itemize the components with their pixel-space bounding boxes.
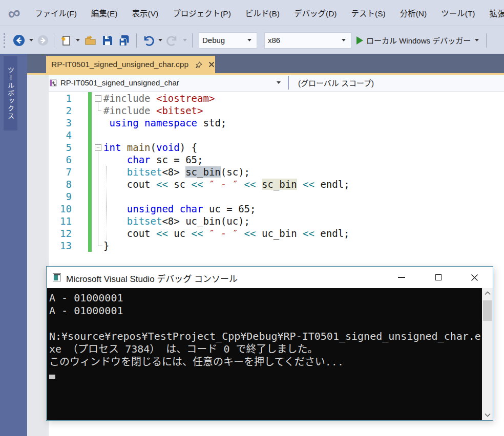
- console-line: A - 01000001: [49, 292, 482, 304]
- save-all-button[interactable]: [116, 32, 133, 49]
- scrollbar-thumb[interactable]: [483, 300, 492, 321]
- navigate-forward-button[interactable]: [35, 32, 51, 49]
- editor-glyph-margin: [27, 75, 49, 436]
- nav-types-value: RP-IT0501_signed_unsigned_char: [60, 78, 179, 87]
- code-line: 13}: [49, 239, 504, 252]
- line-number: 12: [49, 227, 72, 239]
- navigate-back-button[interactable]: [11, 32, 27, 49]
- code-line: 6 char sc = 65;: [49, 154, 504, 166]
- code-line: 11 bitset<8> uc_bin(uc);: [49, 215, 504, 227]
- code-text: cout << uc << ″ - ″ << uc_bin << endl;: [103, 227, 350, 239]
- scroll-up-icon[interactable]: [482, 288, 493, 298]
- line-number: 7: [49, 166, 72, 178]
- line-number: 1: [49, 92, 72, 104]
- menu-file[interactable]: ファイル(F): [28, 4, 84, 21]
- line-number: 10: [49, 203, 72, 215]
- solution-config-caret: [247, 39, 251, 41]
- menu-build[interactable]: ビルド(B): [238, 4, 287, 21]
- toolbox-tab-label: ツールボックス: [6, 67, 15, 120]
- console-line: [49, 317, 482, 330]
- menu-analyze[interactable]: 分析(N): [393, 4, 434, 21]
- code-text: unsigned char uc = 65;: [103, 203, 256, 215]
- code-lines: 1#include <iostream>2#include <bitset>3 …: [49, 92, 504, 252]
- member-icon: [49, 79, 57, 87]
- menu-project[interactable]: プロジェクト(P): [165, 4, 238, 21]
- navigate-back-dropdown[interactable]: [29, 39, 33, 41]
- track-changes-bar: [88, 92, 92, 252]
- toolbar-separator: [192, 33, 193, 48]
- console-cursor: [49, 375, 55, 379]
- new-file-button[interactable]: [57, 32, 74, 49]
- pin-tab-icon[interactable]: [196, 61, 202, 68]
- debug-console-window: Microsoft Visual Studio デバッグ コンソール A - 0…: [46, 266, 493, 421]
- menu-test[interactable]: テスト(S): [344, 4, 393, 21]
- toolbar-grip[interactable]: [4, 33, 8, 48]
- code-line: 5int main(void) {: [49, 141, 504, 154]
- code-line: 2#include <bitset>: [49, 104, 504, 117]
- console-output: A - 01000001A - 01000001N:¥source¥repos¥…: [47, 288, 482, 420]
- code-line: 12 cout << uc << ″ - ″ << uc_bin << endl…: [49, 227, 504, 239]
- code-line: 9: [49, 190, 504, 203]
- scroll-down-icon[interactable]: [482, 410, 493, 420]
- visual-studio-window: ∞ ファイル(F) 編集(E) 表示(V) プロジェクト(P) ビルド(B) デ…: [0, 0, 504, 436]
- toolbar-separator: [486, 33, 487, 48]
- console-line: A - 01000001: [49, 304, 482, 317]
- line-number: 3: [49, 117, 72, 129]
- nav-types-caret: [277, 81, 281, 84]
- redo-dropdown[interactable]: [183, 39, 187, 41]
- code-line: 4: [49, 129, 504, 141]
- console-title-bar[interactable]: Microsoft Visual Studio デバッグ コンソール: [47, 267, 493, 288]
- nav-members-dropdown[interactable]: (グローバル スコープ): [298, 75, 374, 90]
- new-file-dropdown[interactable]: [76, 39, 80, 41]
- indent-guide: [106, 166, 107, 239]
- solution-config-combo[interactable]: Debug: [199, 32, 257, 49]
- code-text: int main(void) {: [103, 141, 197, 154]
- menu-edit[interactable]: 編集(E): [84, 4, 125, 21]
- code-text: bitset<8> sc_bin(sc);: [103, 166, 250, 178]
- start-debugging-label[interactable]: ローカル Windows デバッガー: [366, 35, 471, 46]
- line-number: 4: [49, 129, 72, 141]
- line-number: 2: [49, 104, 72, 117]
- console-maximize-button[interactable]: [430, 267, 447, 288]
- console-app-icon: [53, 273, 61, 284]
- code-line: 8 cout << sc << ″ - ″ << sc_bin << endl;: [49, 178, 504, 190]
- save-button[interactable]: [99, 32, 116, 49]
- code-text: #include <iostream>: [103, 92, 215, 104]
- menu-extensions[interactable]: 拡張機能(X): [482, 4, 504, 21]
- console-scrollbar[interactable]: [482, 288, 493, 420]
- code-text: #include <bitset>: [103, 104, 203, 117]
- code-text: using namespace std;: [103, 117, 226, 129]
- maximize-icon: [435, 274, 442, 280]
- code-line: 1#include <iostream>: [49, 92, 504, 104]
- solution-platform-value: x86: [268, 36, 340, 45]
- toolbar-separator: [54, 33, 54, 48]
- open-file-button[interactable]: [82, 32, 99, 49]
- tab-rp-it0501-cpp[interactable]: RP-IT0501_signed_unsigned_char.cpp: [46, 56, 215, 73]
- toolbar-separator: [136, 33, 137, 48]
- undo-dropdown[interactable]: [158, 39, 162, 41]
- fold-collapse-icon[interactable]: −: [95, 144, 101, 151]
- menu-bar: ∞ ファイル(F) 編集(E) 表示(V) プロジェクト(P) ビルド(B) デ…: [0, 0, 504, 26]
- minimize-icon: [398, 277, 405, 278]
- navigation-bar: RP-IT0501_signed_unsigned_char (グローバル スコ…: [46, 75, 504, 92]
- console-minimize-button[interactable]: [393, 267, 410, 288]
- start-debugging-dropdown[interactable]: [475, 39, 479, 41]
- fold-collapse-icon[interactable]: −: [95, 95, 101, 102]
- close-tab-icon[interactable]: [208, 61, 215, 68]
- line-number: 6: [49, 154, 72, 166]
- toolbox-tab[interactable]: ツールボックス: [4, 56, 17, 130]
- tab-title: RP-IT0501_signed_unsigned_char.cpp: [51, 60, 188, 69]
- undo-button[interactable]: [140, 32, 156, 49]
- redo-button[interactable]: [164, 32, 181, 49]
- menu-view[interactable]: 表示(V): [124, 4, 165, 21]
- line-number: 5: [49, 141, 72, 154]
- menu-tools[interactable]: ツール(T): [434, 4, 482, 21]
- code-line: 7 bitset<8> sc_bin(sc);: [49, 166, 504, 178]
- navbar-separator: [288, 76, 289, 90]
- console-close-button[interactable]: [466, 267, 483, 288]
- menu-debug[interactable]: デバッグ(D): [287, 4, 344, 21]
- solution-platform-combo[interactable]: x86: [264, 32, 351, 49]
- nav-types-dropdown[interactable]: RP-IT0501_signed_unsigned_char: [47, 75, 287, 90]
- code-text: cout << sc << ″ - ″ << sc_bin << endl;: [103, 178, 350, 190]
- start-debugging-icon[interactable]: [356, 36, 363, 45]
